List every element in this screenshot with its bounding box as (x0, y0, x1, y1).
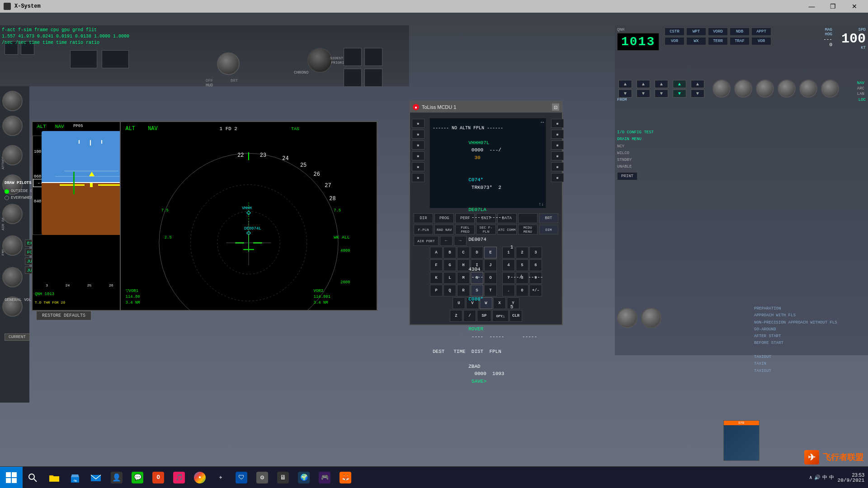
taskbar-chrome[interactable]: ● (190, 468, 210, 488)
fcu-knob-6[interactable] (821, 80, 839, 98)
debug-line2: 1.557 41.973 0.0241 0.0191 0.0138 1.0000… (2, 33, 129, 40)
spd-indicator-section: MAG HOG --- 0 SPD 100 KT (823, 28, 866, 50)
fcu-knob-1[interactable] (712, 80, 731, 98)
wpt-button[interactable]: WPT (686, 28, 706, 36)
ecl-line-1: I/O CONFIG TEST (617, 129, 654, 136)
close-button[interactable]: ✕ (844, 0, 864, 13)
lsk-r3[interactable]: ■ (551, 141, 564, 150)
lsk-l2[interactable]: ■ (412, 130, 425, 139)
left-knob-3[interactable] (2, 145, 23, 165)
desktop-icon: 🖥 (277, 472, 289, 483)
taskbar-mail[interactable] (86, 468, 106, 488)
lsk-l5[interactable]: ■ (412, 162, 425, 171)
priority-btn-2[interactable] (364, 48, 382, 66)
fpln-button[interactable]: F-PLN (414, 225, 433, 235)
up-btn-2[interactable]: ▲ (637, 80, 650, 88)
appt-button[interactable]: APPT (751, 28, 771, 36)
mcdu-expand-button[interactable]: ⊡ (552, 103, 559, 111)
priority-btn-4[interactable] (364, 69, 382, 87)
left-knob-1[interactable] (2, 91, 23, 111)
tray-expand[interactable]: ∧ (809, 474, 812, 480)
terr-button[interactable]: TERR (708, 37, 728, 45)
screen-expand-icon[interactable]: ↔ (541, 119, 544, 126)
lsk-r6[interactable]: ■ (551, 173, 564, 182)
taskbar-store[interactable]: 🛍 (65, 468, 85, 488)
wx-button[interactable]: WX (686, 37, 706, 45)
hud-knob[interactable] (217, 52, 240, 75)
dir-button[interactable]: DIR (414, 213, 433, 223)
lsk-r1[interactable]: ■ (551, 119, 564, 128)
down-btn-3[interactable]: ▼ (655, 89, 668, 98)
search-button[interactable] (23, 468, 42, 488)
input-method[interactable]: 中 (829, 474, 834, 481)
left-knob-5[interactable] (2, 204, 23, 224)
taskbar-wechat[interactable]: 💬 (127, 468, 147, 488)
restore-defaults-button[interactable]: RESTORE DEFAULTS (36, 311, 91, 320)
taskbar-security[interactable]: 🛡 (231, 468, 251, 488)
vor2-nav-button[interactable]: VOR (751, 37, 771, 45)
folder-icon (48, 472, 60, 483)
taskbar-app-6[interactable]: 🎵 (169, 468, 189, 488)
start-button[interactable] (0, 467, 23, 488)
maximize-button[interactable]: ❐ (823, 0, 843, 13)
qnh-value-display: 1013 (617, 33, 659, 51)
panel-btn-1[interactable] (70, 50, 97, 68)
taskbar-desktop[interactable]: 🖥 (273, 468, 293, 488)
minimize-button[interactable]: — (802, 0, 822, 13)
up-btn-5[interactable]: ▲ (691, 80, 704, 88)
panel-buttons-row (70, 50, 129, 68)
fcu-knob-2[interactable] (734, 80, 752, 98)
down-btn-2[interactable]: ▼ (637, 89, 650, 98)
windows-pane-4 (12, 478, 17, 483)
left-knob-2[interactable] (2, 116, 23, 136)
fcu-knob-3[interactable] (756, 80, 774, 98)
lsk-l1[interactable]: ■ (412, 119, 425, 128)
current-label: CURRENT (5, 333, 30, 341)
right-bottom-knob-2[interactable] (641, 308, 661, 328)
lsk-r4[interactable]: ■ (551, 151, 564, 160)
qnh-text-label: QNH (617, 28, 659, 32)
taskbar-explorer[interactable] (44, 468, 64, 488)
taskbar-games[interactable]: 🎮 (315, 468, 335, 488)
lsk-l6[interactable]: ■ (412, 173, 425, 182)
down-btn-4[interactable]: ▼ (673, 89, 686, 98)
vord-button[interactable]: VORD (708, 28, 728, 36)
vor-button[interactable]: VOR (665, 37, 684, 45)
up-btn-3[interactable]: ▲ (655, 80, 668, 88)
lsk-r5[interactable]: ■ (551, 162, 564, 171)
down-btn-1[interactable]: ▼ (618, 89, 632, 98)
taskbar-map[interactable]: 🌍 (294, 468, 314, 488)
fcu-knob-5[interactable] (799, 80, 817, 98)
taskbar-xplane[interactable]: ✈ (211, 468, 231, 488)
taskbar-settings[interactable]: ⚙ (252, 468, 272, 488)
traf-button[interactable]: TRAF (730, 37, 750, 45)
print-button[interactable]: PRINT (617, 172, 637, 180)
down-btn-5[interactable]: ▼ (691, 89, 704, 98)
speed-040: 040 (34, 199, 41, 204)
non-precision-label: NON-PRECISION APPROACH WITHOUT FLS (754, 319, 867, 326)
cstr-button[interactable]: CSTR (665, 28, 684, 36)
priority-btn-3[interactable] (344, 69, 362, 87)
fd-vertical (73, 172, 75, 194)
left-knob-7[interactable] (2, 267, 23, 287)
up-btn-1[interactable]: ▲ (618, 80, 632, 88)
lang-indicator[interactable]: 中 (822, 474, 827, 481)
up-btn-4[interactable]: ▲ (673, 80, 686, 88)
chrono-knob[interactable] (307, 48, 332, 73)
lsk-l4[interactable]: ■ (412, 151, 425, 160)
lsk-l3[interactable]: ■ (412, 141, 425, 150)
priority-btn-1[interactable] (344, 48, 362, 66)
chrono-label: CHRONO (294, 70, 308, 75)
taskbar-person[interactable]: 👤 (107, 468, 127, 488)
taskbar-office[interactable]: O (148, 468, 168, 488)
right-bottom-knob-1[interactable] (617, 308, 637, 328)
lsk-r2[interactable]: ■ (551, 130, 564, 139)
speaker-icon[interactable]: 🔊 (814, 474, 821, 480)
mcdu-close-button[interactable]: ● (413, 104, 419, 110)
panel-btn-2[interactable] (102, 50, 129, 68)
taskbar-antivirus[interactable]: 🦊 (335, 468, 355, 488)
fcu-knob-4[interactable] (778, 80, 796, 98)
left-knob-6[interactable] (2, 235, 23, 256)
svg-text:26: 26 (314, 171, 320, 178)
ndb-button[interactable]: NDB (730, 28, 750, 36)
